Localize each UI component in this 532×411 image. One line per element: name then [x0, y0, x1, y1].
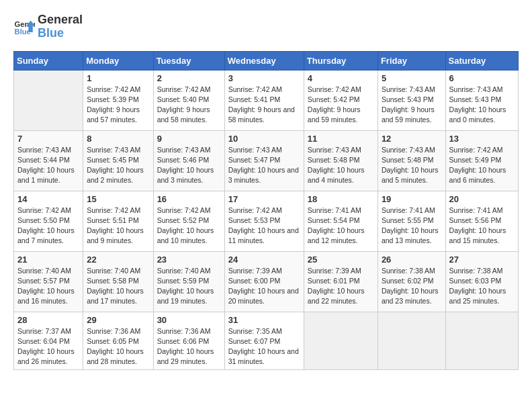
calendar-cell: 8 Sunrise: 7:43 AMSunset: 5:45 PMDayligh…: [83, 130, 153, 191]
day-info: Sunrise: 7:43 AMSunset: 5:47 PMDaylight:…: [228, 145, 300, 186]
day-number: 5: [382, 73, 442, 83]
day-info: Sunrise: 7:41 AMSunset: 5:54 PMDaylight:…: [308, 205, 374, 246]
day-number: 31: [228, 315, 300, 325]
calendar-cell: 13 Sunrise: 7:42 AMSunset: 5:49 PMDaylig…: [445, 130, 518, 191]
day-number: 6: [449, 73, 515, 83]
calendar-cell: [304, 312, 378, 370]
page-header: General Blue GeneralBlue: [13, 13, 519, 40]
calendar-cell: 24 Sunrise: 7:39 AMSunset: 6:00 PMDaylig…: [224, 251, 304, 312]
col-header-thursday: Thursday: [304, 51, 378, 70]
calendar-cell: [378, 312, 445, 370]
day-info: Sunrise: 7:42 AMSunset: 5:42 PMDaylight:…: [308, 85, 374, 126]
day-number: 26: [382, 255, 442, 265]
day-info: Sunrise: 7:42 AMSunset: 5:50 PMDaylight:…: [17, 205, 79, 246]
calendar-cell: 22 Sunrise: 7:40 AMSunset: 5:58 PMDaylig…: [83, 251, 153, 312]
day-info: Sunrise: 7:43 AMSunset: 5:48 PMDaylight:…: [382, 145, 442, 186]
day-info: Sunrise: 7:43 AMSunset: 5:45 PMDaylight:…: [87, 145, 149, 186]
calendar-cell: 23 Sunrise: 7:40 AMSunset: 5:59 PMDaylig…: [153, 251, 224, 312]
calendar-cell: 19 Sunrise: 7:41 AMSunset: 5:55 PMDaylig…: [378, 191, 445, 251]
svg-text:Blue: Blue: [15, 28, 31, 36]
col-header-friday: Friday: [378, 51, 445, 70]
calendar-cell: 12 Sunrise: 7:43 AMSunset: 5:48 PMDaylig…: [378, 130, 445, 191]
day-info: Sunrise: 7:37 AMSunset: 6:04 PMDaylight:…: [17, 326, 79, 367]
day-number: 4: [308, 73, 374, 83]
calendar-cell: 31 Sunrise: 7:35 AMSunset: 6:07 PMDaylig…: [224, 312, 304, 370]
calendar-cell: 29 Sunrise: 7:36 AMSunset: 6:05 PMDaylig…: [83, 312, 153, 370]
day-info: Sunrise: 7:43 AMSunset: 5:43 PMDaylight:…: [449, 85, 515, 126]
day-info: Sunrise: 7:42 AMSunset: 5:49 PMDaylight:…: [449, 145, 515, 186]
day-info: Sunrise: 7:40 AMSunset: 5:58 PMDaylight:…: [87, 266, 149, 307]
day-number: 25: [308, 255, 374, 265]
calendar-cell: 25 Sunrise: 7:39 AMSunset: 6:01 PMDaylig…: [304, 251, 378, 312]
day-info: Sunrise: 7:42 AMSunset: 5:51 PMDaylight:…: [87, 205, 149, 246]
day-info: Sunrise: 7:42 AMSunset: 5:39 PMDaylight:…: [87, 85, 149, 126]
col-header-sunday: Sunday: [14, 51, 83, 70]
day-info: Sunrise: 7:39 AMSunset: 6:00 PMDaylight:…: [228, 266, 300, 307]
day-number: 12: [382, 134, 442, 144]
day-number: 14: [17, 194, 79, 204]
day-info: Sunrise: 7:36 AMSunset: 6:05 PMDaylight:…: [87, 326, 149, 367]
logo-text: GeneralBlue: [38, 13, 83, 40]
calendar-cell: 18 Sunrise: 7:41 AMSunset: 5:54 PMDaylig…: [304, 191, 378, 251]
day-info: Sunrise: 7:43 AMSunset: 5:43 PMDaylight:…: [382, 85, 442, 126]
calendar-cell: 3 Sunrise: 7:42 AMSunset: 5:41 PMDayligh…: [224, 70, 304, 130]
day-number: 19: [382, 194, 442, 204]
logo: General Blue GeneralBlue: [13, 13, 83, 40]
day-number: 11: [308, 134, 374, 144]
day-number: 18: [308, 194, 374, 204]
day-number: 9: [157, 134, 221, 144]
day-info: Sunrise: 7:38 AMSunset: 6:03 PMDaylight:…: [449, 266, 515, 307]
calendar-cell: 20 Sunrise: 7:41 AMSunset: 5:56 PMDaylig…: [445, 191, 518, 251]
calendar-cell: 30 Sunrise: 7:36 AMSunset: 6:06 PMDaylig…: [153, 312, 224, 370]
day-info: Sunrise: 7:43 AMSunset: 5:44 PMDaylight:…: [17, 145, 79, 186]
calendar-cell: 14 Sunrise: 7:42 AMSunset: 5:50 PMDaylig…: [14, 191, 83, 251]
calendar-week-row: 1 Sunrise: 7:42 AMSunset: 5:39 PMDayligh…: [14, 70, 519, 130]
calendar-cell: 17 Sunrise: 7:42 AMSunset: 5:53 PMDaylig…: [224, 191, 304, 251]
day-number: 2: [157, 73, 221, 83]
day-number: 16: [157, 194, 221, 204]
calendar-week-row: 21 Sunrise: 7:40 AMSunset: 5:57 PMDaylig…: [14, 251, 519, 312]
day-info: Sunrise: 7:38 AMSunset: 6:02 PMDaylight:…: [382, 266, 442, 307]
calendar-cell: 7 Sunrise: 7:43 AMSunset: 5:44 PMDayligh…: [14, 130, 83, 191]
day-info: Sunrise: 7:40 AMSunset: 5:59 PMDaylight:…: [157, 266, 221, 307]
day-info: Sunrise: 7:42 AMSunset: 5:52 PMDaylight:…: [157, 205, 221, 246]
day-number: 24: [228, 255, 300, 265]
calendar-cell: 6 Sunrise: 7:43 AMSunset: 5:43 PMDayligh…: [445, 70, 518, 130]
calendar-cell: 4 Sunrise: 7:42 AMSunset: 5:42 PMDayligh…: [304, 70, 378, 130]
calendar-cell: 9 Sunrise: 7:43 AMSunset: 5:46 PMDayligh…: [153, 130, 224, 191]
calendar-week-row: 14 Sunrise: 7:42 AMSunset: 5:50 PMDaylig…: [14, 191, 519, 251]
calendar-week-row: 28 Sunrise: 7:37 AMSunset: 6:04 PMDaylig…: [14, 312, 519, 370]
col-header-monday: Monday: [83, 51, 153, 70]
calendar-cell: 10 Sunrise: 7:43 AMSunset: 5:47 PMDaylig…: [224, 130, 304, 191]
day-number: 22: [87, 255, 149, 265]
day-number: 30: [157, 315, 221, 325]
day-number: 8: [87, 134, 149, 144]
logo-icon: General Blue: [13, 16, 35, 38]
day-info: Sunrise: 7:36 AMSunset: 6:06 PMDaylight:…: [157, 326, 221, 367]
day-info: Sunrise: 7:43 AMSunset: 5:46 PMDaylight:…: [157, 145, 221, 186]
day-number: 3: [228, 73, 300, 83]
day-number: 23: [157, 255, 221, 265]
calendar-cell: 2 Sunrise: 7:42 AMSunset: 5:40 PMDayligh…: [153, 70, 224, 130]
day-number: 28: [17, 315, 79, 325]
day-number: 20: [449, 194, 515, 204]
col-header-wednesday: Wednesday: [224, 51, 304, 70]
day-info: Sunrise: 7:42 AMSunset: 5:53 PMDaylight:…: [228, 205, 300, 246]
col-header-saturday: Saturday: [445, 51, 518, 70]
calendar-cell: [445, 312, 518, 370]
calendar-cell: 16 Sunrise: 7:42 AMSunset: 5:52 PMDaylig…: [153, 191, 224, 251]
calendar-cell: 27 Sunrise: 7:38 AMSunset: 6:03 PMDaylig…: [445, 251, 518, 312]
calendar-table: SundayMondayTuesdayWednesdayThursdayFrid…: [13, 51, 519, 371]
day-info: Sunrise: 7:39 AMSunset: 6:01 PMDaylight:…: [308, 266, 374, 307]
calendar-cell: 1 Sunrise: 7:42 AMSunset: 5:39 PMDayligh…: [83, 70, 153, 130]
day-number: 27: [449, 255, 515, 265]
calendar-cell: 11 Sunrise: 7:43 AMSunset: 5:48 PMDaylig…: [304, 130, 378, 191]
day-info: Sunrise: 7:43 AMSunset: 5:48 PMDaylight:…: [308, 145, 374, 186]
day-number: 21: [17, 255, 79, 265]
day-number: 13: [449, 134, 515, 144]
calendar-cell: [14, 70, 83, 130]
calendar-cell: 15 Sunrise: 7:42 AMSunset: 5:51 PMDaylig…: [83, 191, 153, 251]
day-info: Sunrise: 7:41 AMSunset: 5:56 PMDaylight:…: [449, 205, 515, 246]
calendar-cell: 21 Sunrise: 7:40 AMSunset: 5:57 PMDaylig…: [14, 251, 83, 312]
day-number: 1: [87, 73, 149, 83]
